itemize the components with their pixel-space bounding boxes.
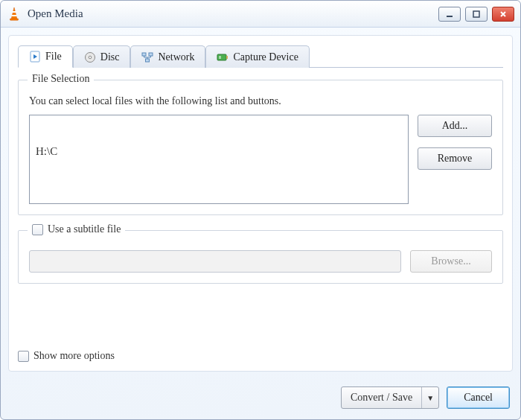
tab-label: Network [158, 51, 194, 63]
dropdown-arrow-icon[interactable]: ▼ [422, 387, 438, 408]
svg-rect-10 [142, 53, 146, 56]
tab-label: File [45, 51, 62, 63]
tab-capture-device[interactable]: Capture Device [205, 45, 309, 68]
capture-card-icon [217, 51, 228, 63]
minimize-button[interactable] [438, 7, 461, 22]
svg-rect-1 [12, 11, 16, 13]
svg-rect-4 [447, 16, 453, 17]
subtitle-path-field [29, 250, 401, 273]
vlc-cone-icon [7, 7, 22, 22]
cancel-button[interactable]: Cancel [447, 386, 510, 409]
svg-rect-14 [219, 56, 221, 59]
browse-button: Browse... [410, 250, 492, 273]
svg-rect-11 [149, 53, 153, 56]
convert-save-button[interactable]: Convert / Save ▼ [341, 386, 439, 409]
window-title: Open Media [28, 7, 438, 20]
svg-point-9 [89, 56, 92, 59]
tab-label: Capture Device [233, 51, 298, 63]
file-list-item[interactable]: H:\C [36, 145, 402, 158]
svg-rect-5 [473, 11, 479, 17]
svg-rect-15 [226, 56, 228, 59]
titlebar: Open Media [1, 1, 520, 28]
close-button[interactable] [492, 7, 514, 22]
remove-button[interactable]: Remove [418, 147, 492, 170]
svg-rect-3 [10, 19, 19, 20]
file-selection-help: You can select local files with the foll… [29, 95, 492, 107]
subtitle-group: Use a subtitle file Browse... [18, 230, 503, 284]
show-more-row: Show more options [18, 346, 503, 362]
open-media-window: Open Media File [0, 0, 521, 420]
use-subtitle-checkbox[interactable] [32, 224, 43, 235]
maximize-button[interactable] [465, 7, 488, 22]
file-list[interactable]: H:\C [29, 115, 409, 204]
file-play-icon [29, 51, 41, 63]
svg-rect-12 [146, 59, 150, 62]
add-button[interactable]: Add... [418, 115, 492, 137]
dialog-footer: Convert / Save ▼ Cancel [1, 379, 520, 419]
network-icon [141, 51, 153, 63]
tab-network[interactable]: Network [130, 45, 205, 68]
file-selection-group: File Selection You can select local file… [18, 80, 503, 215]
convert-save-label: Convert / Save [342, 387, 422, 408]
group-title: File Selection [28, 73, 94, 85]
svg-marker-0 [11, 7, 17, 19]
svg-rect-2 [11, 15, 16, 16]
tab-label: Disc [100, 51, 120, 63]
tab-file[interactable]: File [18, 45, 73, 68]
window-controls [438, 7, 514, 22]
show-more-checkbox[interactable] [18, 351, 29, 362]
svg-rect-13 [217, 54, 226, 60]
use-subtitle-label: Use a subtitle file [48, 223, 121, 235]
tab-bar: File Disc [18, 43, 503, 68]
disc-icon [84, 51, 96, 63]
dialog-body: File Disc [8, 35, 513, 372]
show-more-label: Show more options [33, 350, 115, 362]
tab-disc[interactable]: Disc [73, 45, 131, 68]
